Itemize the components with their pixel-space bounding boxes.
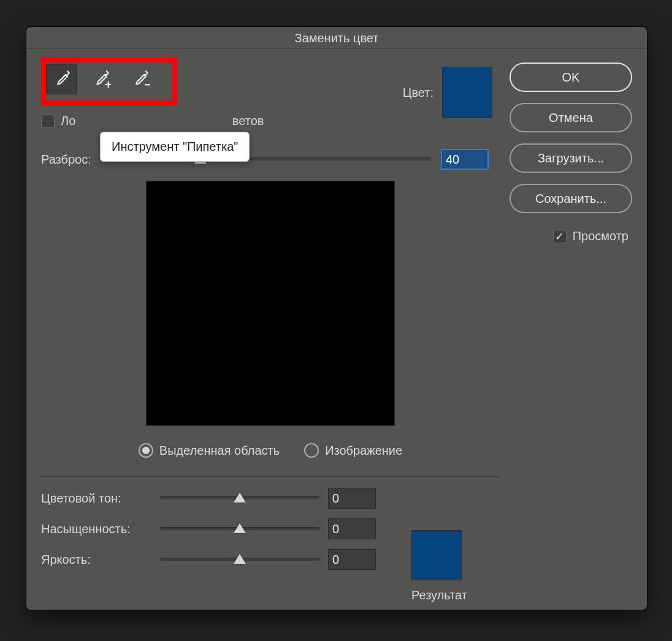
result-label: Результат (411, 588, 467, 602)
fuzziness-input[interactable] (441, 149, 489, 170)
dialog-title: Заменить цвет (26, 27, 647, 49)
source-color-row: Цвет: (403, 67, 492, 118)
eyedropper-plus-icon: + (90, 69, 111, 89)
localized-clusters-label: Ло ветов (61, 114, 264, 128)
lightness-input[interactable] (328, 549, 376, 570)
dialog-button-column: OK Отмена Загрузить... Сохранить... Прос… (500, 60, 632, 570)
preview-checkbox-label: Просмотр (573, 229, 628, 243)
preview-mode-image-label: Изображение (325, 444, 402, 458)
selection-preview (146, 181, 395, 426)
svg-text:−: − (144, 78, 150, 89)
radio-icon (139, 443, 153, 458)
eyedropper-minus-icon: − (129, 69, 150, 89)
preview-mode-selection[interactable]: Выделенная область (139, 443, 280, 458)
source-color-swatch[interactable] (442, 67, 492, 118)
section-divider (41, 476, 500, 477)
dialog-content: + − Инструмент "Пипетка" Ло (26, 49, 647, 581)
saturation-slider[interactable] (160, 522, 319, 536)
svg-text:+: + (105, 78, 111, 89)
result-color-swatch[interactable] (411, 530, 462, 580)
hue-slider[interactable] (160, 491, 319, 505)
preview-mode-group: Выделенная область Изображение (41, 443, 500, 458)
hue-row: Цветовой тон: (41, 488, 500, 509)
hue-input[interactable] (328, 488, 376, 509)
localized-clusters-checkbox[interactable] (41, 115, 55, 128)
eyedropper-icon (51, 69, 72, 89)
replace-color-dialog: Заменить цвет + (26, 26, 647, 610)
cancel-button[interactable]: Отмена (510, 103, 632, 132)
ok-button[interactable]: OK (510, 63, 632, 92)
preview-mode-selection-label: Выделенная область (159, 444, 280, 458)
load-button[interactable]: Загрузить... (510, 143, 632, 173)
result-swatch-wrap (411, 530, 462, 580)
eyedropper-tool-group: + − (41, 60, 172, 98)
hue-label: Цветовой тон: (41, 491, 151, 506)
preview-checkbox-row: Просмотр (510, 229, 632, 243)
selection-panel: + − Инструмент "Пипетка" Ло (41, 60, 500, 570)
save-button[interactable]: Сохранить... (510, 184, 632, 213)
eyedropper-minus-tool[interactable]: − (124, 64, 155, 94)
eyedropper-plus-tool[interactable]: + (85, 64, 116, 94)
preview-mode-image[interactable]: Изображение (304, 443, 402, 458)
eyedropper-tooltip: Инструмент "Пипетка" (100, 132, 250, 162)
lightness-label: Яркость: (41, 553, 151, 567)
source-color-label: Цвет: (403, 86, 433, 100)
saturation-label: Насыщенность: (41, 522, 151, 536)
preview-checkbox[interactable] (553, 230, 567, 243)
radio-icon (304, 443, 319, 458)
lightness-slider[interactable] (160, 553, 319, 566)
saturation-input[interactable] (328, 518, 376, 539)
eyedropper-tool[interactable] (46, 64, 77, 94)
